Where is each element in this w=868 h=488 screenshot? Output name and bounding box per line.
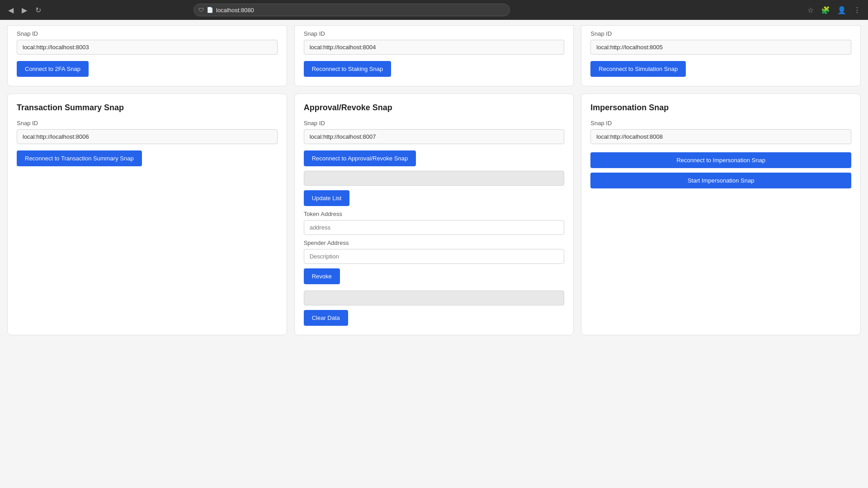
security-icon: 🛡: [198, 7, 204, 13]
snap-id-input-approval[interactable]: [304, 129, 565, 144]
nav-buttons: ◀ ▶ ↻: [5, 4, 44, 16]
back-button[interactable]: ◀: [5, 4, 16, 16]
approval-revoke-snap-card: Approval/Revoke Snap Snap ID Reconnect t…: [294, 94, 574, 335]
snap-id-input-tx[interactable]: [17, 129, 278, 144]
extensions-button[interactable]: 🧩: [819, 4, 832, 16]
revoke-result-input[interactable]: [304, 291, 565, 305]
bottom-row: Transaction Summary Snap Snap ID Reconne…: [0, 94, 868, 343]
partial-top-row: Snap ID Connect to 2FA Snap Snap ID Reco…: [0, 20, 868, 86]
transaction-summary-title: Transaction Summary Snap: [17, 103, 278, 113]
browser-actions: ☆ 🧩 👤 ⋮: [806, 4, 863, 16]
browser-chrome: ◀ ▶ ↻ 🛡 📄 localhost:8080 ☆ 🧩 👤 ⋮: [0, 0, 868, 20]
refresh-button[interactable]: ↻: [33, 4, 44, 16]
update-list-button[interactable]: Update List: [304, 190, 350, 206]
snap-id-input-simulation[interactable]: [590, 40, 851, 55]
snap-id-label-simulation: Snap ID: [590, 30, 851, 37]
impersonation-title: Impersonation Snap: [590, 103, 851, 113]
reconnect-tx-summary-button[interactable]: Reconnect to Transaction Summary Snap: [17, 150, 142, 166]
snap-id-label-tx: Snap ID: [17, 120, 278, 127]
approval-list-input[interactable]: [304, 171, 565, 186]
clear-data-button[interactable]: Clear Data: [304, 310, 348, 326]
reconnect-impersonation-button[interactable]: Reconnect to Impersonation Snap: [590, 152, 851, 168]
snap-id-input-impersonation[interactable]: [590, 129, 851, 144]
token-address-label: Token Address: [304, 211, 565, 217]
bookmark-button[interactable]: ☆: [806, 4, 816, 16]
impersonation-buttons: Reconnect to Impersonation Snap Start Im…: [590, 152, 851, 188]
connect-2fa-button[interactable]: Connect to 2FA Snap: [17, 61, 89, 77]
spender-address-label: Spender Address: [304, 239, 565, 246]
address-bar[interactable]: 🛡 📄 localhost:8080: [193, 4, 510, 16]
start-impersonation-button[interactable]: Start Impersonation Snap: [590, 173, 851, 188]
snap-id-input-staking[interactable]: [304, 40, 565, 55]
menu-button[interactable]: ⋮: [852, 4, 863, 16]
reconnect-staking-button[interactable]: Reconnect to Staking Snap: [304, 61, 392, 77]
snap-id-input-twofa[interactable]: [17, 40, 278, 55]
snap-id-label-twofa: Snap ID: [17, 30, 278, 37]
snap-id-label-staking: Snap ID: [304, 30, 565, 37]
page-icon: 📄: [207, 7, 213, 13]
forward-button[interactable]: ▶: [19, 4, 30, 16]
impersonation-snap-card: Impersonation Snap Snap ID Reconnect to …: [581, 94, 861, 335]
reconnect-simulation-button[interactable]: Reconnect to Simulation Snap: [590, 61, 686, 77]
simulation-snap-card: Snap ID Reconnect to Simulation Snap: [581, 25, 861, 86]
token-address-input[interactable]: [304, 220, 565, 235]
revoke-button[interactable]: Revoke: [304, 268, 340, 284]
approval-revoke-title: Approval/Revoke Snap: [304, 103, 565, 113]
page-content: Snap ID Connect to 2FA Snap Snap ID Reco…: [0, 20, 868, 488]
staking-snap-card: Snap ID Reconnect to Staking Snap: [294, 25, 574, 86]
spender-address-input[interactable]: [304, 249, 565, 264]
reconnect-approval-button[interactable]: Reconnect to Approval/Revoke Snap: [304, 150, 416, 166]
snap-id-label-approval: Snap ID: [304, 120, 565, 127]
url-text: localhost:8080: [216, 7, 254, 14]
twofa-snap-card: Snap ID Connect to 2FA Snap: [7, 25, 287, 86]
transaction-summary-snap-card: Transaction Summary Snap Snap ID Reconne…: [7, 94, 287, 335]
profile-button[interactable]: 👤: [835, 4, 848, 16]
snap-id-label-impersonation: Snap ID: [590, 120, 851, 127]
